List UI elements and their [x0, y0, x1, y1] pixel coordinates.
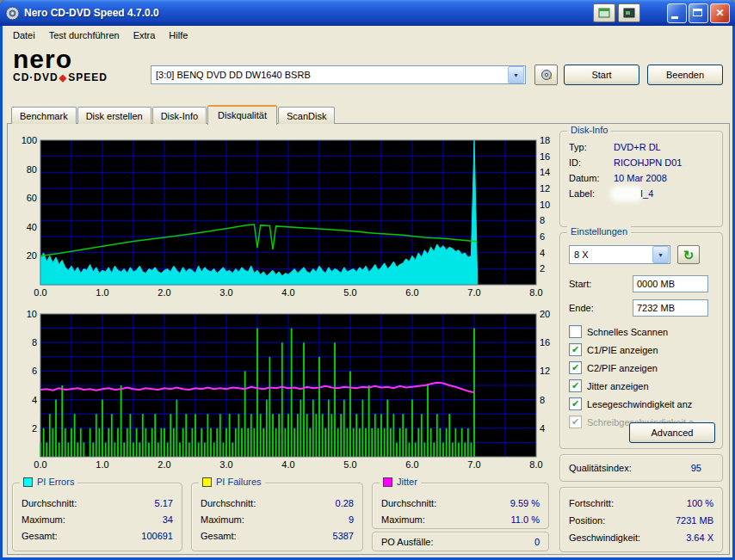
legend-swatch-jitter [383, 477, 392, 487]
disk-info-label: Typ: [569, 142, 614, 152]
svg-text:8.0: 8.0 [529, 287, 542, 298]
tab-scandisk[interactable]: ScanDisk [278, 107, 335, 124]
speed-select[interactable]: 8 X ▼ [569, 245, 670, 264]
stat-value: 34 [163, 514, 173, 525]
checkbox-lesegeschwindigkeit-anz[interactable]: ✔Lesegeschwindigkeit anz [569, 397, 721, 411]
window-dark-icon [623, 8, 635, 18]
settings-group: Einstellungen 8 X ▼ ↻ Start: Ende: Schne… [559, 232, 723, 449]
svg-text:100: 100 [22, 135, 37, 145]
svg-text:8: 8 [540, 395, 545, 405]
stats-row: Maximum:34 [22, 512, 173, 526]
refresh-button[interactable]: ↻ [677, 245, 700, 264]
svg-text:10: 10 [27, 309, 37, 319]
po-failures-label: PO Ausfälle: [381, 537, 434, 547]
quality-index-label: Qualitätsindex: [569, 463, 632, 473]
tab-diskqualit-t[interactable]: Diskqualität [207, 105, 277, 125]
stat-value: 9.59 % [510, 498, 540, 508]
progress-label: Position: [569, 515, 605, 526]
svg-text:16: 16 [540, 337, 550, 348]
drive-select-dropdown-button[interactable]: ▼ [508, 66, 524, 83]
exit-button[interactable]: Beenden [647, 65, 723, 85]
menu-item-extra[interactable]: Extra [127, 28, 163, 43]
speed-select-value: 8 X [570, 249, 652, 260]
close-button[interactable]: ✕ [710, 3, 730, 23]
advanced-button[interactable]: Advanced [629, 422, 715, 443]
svg-text:20: 20 [540, 309, 550, 319]
checkbox-box: ✔ [569, 343, 582, 356]
svg-text:4.0: 4.0 [281, 459, 294, 470]
stats-rows: Durchschnitt:5.17Maximum:34Gesamt:100691 [13, 483, 182, 543]
svg-text:12: 12 [540, 366, 550, 376]
custom-window-button-1[interactable] [593, 3, 615, 22]
nero-logo: nero CD·DVD◆SPEED [13, 48, 108, 83]
custom-window-button-2[interactable] [618, 3, 640, 22]
tab-disk-info[interactable]: Disk-Info [152, 107, 207, 124]
stats-box-title-text: PI Errors [37, 477, 74, 487]
stat-label: Durchschnitt: [201, 498, 256, 508]
stats-box-title: PI Errors [20, 477, 77, 487]
menu-bar: DateiTest durchführenExtraHilfe [3, 26, 732, 44]
pif-jitter-chart: 246810481216200.01.02.03.04.05.06.07.08.… [12, 306, 555, 477]
quality-index-box: Qualitätsindex: 95 [559, 454, 723, 482]
disk-info-label: ID: [569, 157, 614, 168]
svg-text:0.0: 0.0 [34, 287, 46, 298]
stat-value: 5387 [333, 531, 354, 541]
disk-info-row: Datum:10 Mar 2008 [569, 173, 722, 183]
svg-text:8: 8 [32, 337, 37, 348]
stat-label: Maximum: [201, 514, 244, 525]
progress-row-geschwindigkeit: Geschwindigkeit:3.64 X [569, 529, 713, 546]
stats-row: Durchschnitt:5.17 [22, 495, 173, 510]
start-input[interactable] [633, 275, 708, 292]
stats-box-title: PI Failures [199, 477, 265, 487]
menu-item-hilfe[interactable]: Hilfe [162, 28, 195, 43]
stat-label: Maximum: [381, 514, 425, 525]
end-field-label: Ende: [569, 303, 594, 313]
checkbox-jitter-anzeigen[interactable]: ✔Jitter anzeigen [569, 378, 721, 393]
svg-text:14: 14 [540, 167, 550, 177]
progress-rows: Fortschritt:100 %Position:7231 MBGeschwi… [560, 488, 722, 546]
logo-subtitle: CD·DVD◆SPEED [13, 71, 108, 83]
stats-row: Durchschnitt:9.59 % [381, 495, 540, 510]
tab-disk-erstellen[interactable]: Disk erstellen [77, 107, 151, 124]
svg-text:4: 4 [540, 248, 545, 258]
end-input[interactable] [633, 299, 708, 317]
disk-info-row: ID:RICOHJPN D01 [569, 157, 722, 168]
stat-value: 11.0 % [511, 514, 540, 525]
checkbox-c2-pif-anzeigen[interactable]: ✔C2/PIF anzeigen [569, 360, 721, 375]
disk-info-label: Datum: [569, 173, 614, 183]
po-failures-value: 0 [534, 537, 540, 547]
checkbox-label: Jitter anzeigen [587, 381, 649, 391]
tab-benchmark[interactable]: Benchmark [11, 107, 77, 124]
drive-select[interactable]: [3:0] BENQ DVD DD DW1640 BSRB ▼ [151, 65, 526, 84]
stat-label: Gesamt: [22, 531, 58, 541]
logo-sub-right: SPEED [68, 71, 108, 83]
app-icon [5, 6, 20, 21]
stats-box-title: Jitter [380, 477, 421, 487]
svg-text:8.0: 8.0 [529, 459, 542, 470]
svg-text:12: 12 [540, 183, 550, 194]
svg-text:20: 20 [27, 250, 37, 261]
disk-info-title: Disk-Info [567, 125, 611, 135]
svg-text:18: 18 [540, 135, 550, 145]
titlebar[interactable]: Nero CD-DVD Speed 4.7.0.0 ✕ [0, 0, 735, 26]
window-controls: ✕ [593, 3, 730, 23]
start-button[interactable]: Start [564, 65, 639, 85]
minimize-button[interactable] [667, 3, 687, 23]
svg-text:16: 16 [540, 151, 550, 162]
svg-text:80: 80 [27, 164, 37, 175]
stat-label: Maximum: [22, 514, 65, 525]
progress-value: 100 % [687, 498, 713, 508]
eject-button[interactable] [534, 65, 558, 85]
disk-info-value: I_4 [614, 188, 653, 199]
stats-box-pi-errors: PI ErrorsDurchschnitt:5.17Maximum:34Gesa… [12, 483, 182, 551]
svg-text:4.0: 4.0 [281, 287, 294, 298]
client-area: DateiTest durchführenExtraHilfe nero CD·… [3, 26, 732, 557]
menu-item-test-durchf-hren[interactable]: Test durchführen [42, 28, 127, 43]
checkbox-c1-pie-anzeigen[interactable]: ✔C1/PIE anzeigen [569, 342, 721, 357]
svg-text:4: 4 [32, 395, 37, 405]
maximize-button[interactable] [689, 3, 708, 23]
speed-select-dropdown-button[interactable]: ▼ [652, 246, 669, 263]
checkbox-schnelles-scannen[interactable]: Schnelles Scannen [569, 324, 721, 339]
menu-item-datei[interactable]: Datei [6, 28, 42, 43]
svg-text:0.0: 0.0 [34, 459, 46, 470]
